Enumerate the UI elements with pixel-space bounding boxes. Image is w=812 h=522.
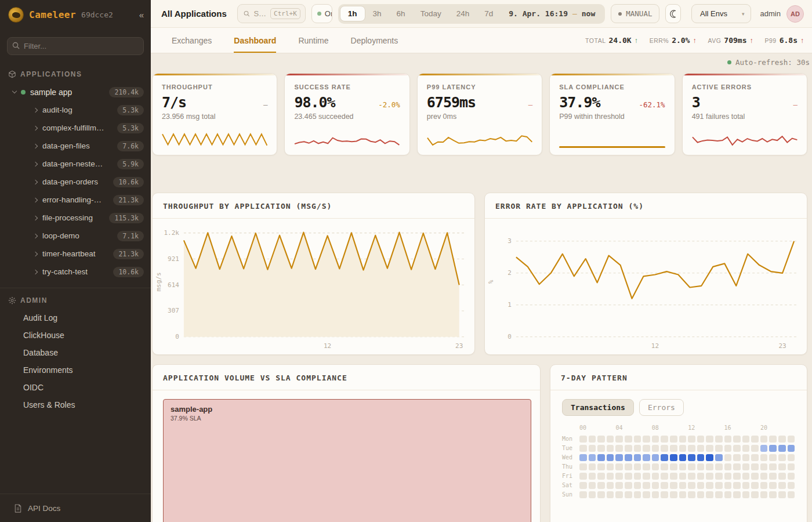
heatmap-cell <box>615 482 623 490</box>
date-range-display[interactable]: 9. Apr. 16:19 – now <box>501 9 603 18</box>
heatmap-cell <box>697 445 705 452</box>
hour-label <box>706 425 715 433</box>
tab-deployments[interactable]: Deployments <box>351 28 398 53</box>
heatmap-cell <box>688 463 695 471</box>
admin-item-clickhouse[interactable]: ClickHouse <box>0 327 151 344</box>
kpi-title: THROUGHPUT <box>162 84 267 90</box>
dashboard-content: Auto-refresh: 30s THROUGHPUT7/s–23.956 m… <box>151 53 812 522</box>
hour-label <box>733 425 742 433</box>
heatmap-cell <box>679 436 687 443</box>
sidebar-item-error-handling-[interactable]: error-handling-…21.3k <box>0 191 151 209</box>
time-range-today[interactable]: Today <box>413 6 449 21</box>
api-docs-link[interactable]: API Docs <box>0 494 151 522</box>
treemap-block-sample-app[interactable]: sample-app 37.9% SLA <box>163 399 531 522</box>
chevron-right-icon <box>33 251 38 256</box>
day-label: Sat <box>562 482 579 488</box>
heatmap-cell <box>706 436 713 443</box>
heatmap-cell <box>679 463 687 471</box>
heatmap-cell <box>589 454 596 462</box>
chevron-down-icon: ▾ <box>742 11 745 17</box>
chevron-right-icon <box>33 269 38 274</box>
heatmap-cell <box>760 473 768 480</box>
hour-label: 00 <box>579 425 589 433</box>
heatmap-cell <box>706 463 713 471</box>
search-input[interactable]: S… Ctrl+K <box>237 4 306 23</box>
tab-dashboard[interactable]: Dashboard <box>234 28 276 53</box>
heatmap-cell <box>788 454 795 462</box>
heatmap-cell <box>579 482 587 490</box>
collapse-sidebar-button[interactable]: « <box>139 10 144 20</box>
pattern-tab-errors[interactable]: Errors <box>639 399 684 416</box>
stat-value: 6.8s <box>780 36 798 45</box>
admin-item-users-roles[interactable]: Users & Roles <box>0 396 151 414</box>
hour-label <box>589 425 598 433</box>
heatmap-cell <box>788 491 795 499</box>
sidebar-item-data-gen-files[interactable]: data-gen-files7.6k <box>0 137 151 155</box>
manual-refresh-button[interactable]: MANUAL <box>611 4 659 23</box>
dark-mode-toggle[interactable] <box>665 4 681 23</box>
sidebar-item-label: try-catch-test <box>42 267 88 276</box>
sidebar-item-data-gen-orders[interactable]: data-gen-orders10.6k <box>0 173 151 191</box>
sidebar-item-try-catch-test[interactable]: try-catch-test10.6k <box>0 263 151 281</box>
heatmap-cell <box>715 463 723 471</box>
tab-exchanges[interactable]: Exchanges <box>172 28 212 53</box>
heatmap-cell <box>597 445 605 452</box>
kpi-sparkline <box>427 129 532 148</box>
user-avatar[interactable]: AD <box>786 5 804 23</box>
environment-select[interactable]: All Envs ▾ <box>691 4 751 23</box>
chart-card-header: ERROR RATE BY APPLICATION (%) <box>485 193 807 219</box>
heatmap-row-wed: Wed <box>562 454 795 462</box>
time-range-control: 1h3h6hToday24h7d 9. Apr. 16:19 – now <box>338 4 605 24</box>
sidebar-item-timer-heartbeat[interactable]: timer-heartbeat21.3k <box>0 245 151 263</box>
online-status-pill[interactable]: On <box>311 4 332 23</box>
heatmap-cell <box>643 491 650 499</box>
sidebar-item-audit-log[interactable]: audit-log5.3k <box>0 101 151 119</box>
heatmap-cell <box>643 454 650 462</box>
time-range-6h[interactable]: 6h <box>389 6 413 21</box>
sidebar-item-data-gen-neste[interactable]: data-gen-neste…5.9k <box>0 155 151 173</box>
sidebar-item-loop-demo[interactable]: loop-demo7.1k <box>0 227 151 245</box>
time-range-3h[interactable]: 3h <box>365 6 389 21</box>
hour-label <box>715 425 724 433</box>
admin-label: ADMIN <box>20 296 48 304</box>
svg-text:msg/s: msg/s <box>155 272 162 291</box>
admin-item-environments[interactable]: Environments <box>0 361 151 379</box>
heatmap-cell <box>670 445 677 452</box>
tab-runtime[interactable]: Runtime <box>298 28 328 53</box>
heatmap-cell <box>715 445 723 452</box>
time-range-24h[interactable]: 24h <box>449 6 477 21</box>
time-range-7d[interactable]: 7d <box>477 6 501 21</box>
admin-item-audit-log[interactable]: Audit Log <box>0 309 151 327</box>
chevron-right-icon <box>33 125 38 130</box>
heatmap-cell <box>715 491 723 499</box>
chevron-right-icon <box>33 107 38 112</box>
time-range-1h[interactable]: 1h <box>340 6 365 21</box>
heatmap-cell <box>615 445 623 452</box>
sidebar-item-label: error-handling-… <box>42 195 102 204</box>
heatmap-cell <box>760 482 768 490</box>
sidebar-item-sample-app[interactable]: sample app 210.4k <box>0 83 151 101</box>
heatmap-cell <box>661 473 668 480</box>
cube-icon <box>8 70 16 78</box>
filter-input[interactable] <box>7 37 144 55</box>
kpi-subtext: P99 within threshold <box>559 113 665 121</box>
admin-item-oidc[interactable]: OIDC <box>0 379 151 396</box>
day-label: Sun <box>562 491 579 498</box>
sidebar-item-complex-fulfillm[interactable]: complex-fulfillm…5.3k <box>0 119 151 137</box>
admin-item-database[interactable]: Database <box>0 344 151 361</box>
pattern-tab-transactions[interactable]: Transactions <box>562 399 634 416</box>
sidebar-item-label: loop-demo <box>42 231 79 240</box>
heatmap-cell <box>652 463 659 471</box>
kpi-row: THROUGHPUT7/s–23.956 msg totalSUCCESS RA… <box>152 73 807 155</box>
kpi-sparkline <box>692 129 798 148</box>
heatmap-cell <box>724 473 732 480</box>
heatmap-cell <box>742 482 750 490</box>
refresh-dot <box>727 60 731 64</box>
kpi-subtext: prev 0ms <box>427 113 532 121</box>
heatmap-cell <box>751 482 759 490</box>
chart-title: 7-DAY PATTERN <box>561 374 628 382</box>
sidebar-item-file-processing[interactable]: file-processing115.3k <box>0 209 151 227</box>
kpi-title: P99 LATENCY <box>427 84 532 90</box>
heatmap-cell <box>724 491 732 499</box>
chevron-right-icon <box>33 215 38 220</box>
